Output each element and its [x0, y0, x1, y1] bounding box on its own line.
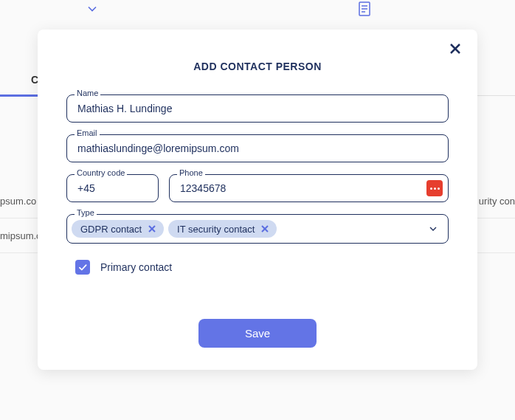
name-field-group: Name	[66, 94, 449, 123]
primary-contact-row: Primary contact	[66, 260, 449, 275]
tag-remove-icon[interactable]	[259, 223, 271, 235]
close-button[interactable]	[446, 40, 464, 58]
primary-contact-checkbox[interactable]	[75, 260, 90, 275]
type-tag-label: GDPR contact	[80, 224, 142, 235]
type-label: Type	[75, 208, 97, 217]
add-contact-modal: ADD CONTACT PERSON Name Email Country co…	[38, 30, 477, 370]
primary-contact-label: Primary contact	[100, 261, 172, 273]
type-tag: IT security contact	[168, 220, 277, 238]
contact-form: Name Email Country code Phone	[56, 94, 459, 348]
phone-field-group: Phone	[169, 174, 449, 202]
email-input[interactable]	[66, 134, 449, 162]
country-code-field-group: Country code	[66, 174, 159, 202]
save-button[interactable]: Save	[198, 319, 317, 348]
name-label: Name	[75, 89, 100, 97]
country-code-label: Country code	[75, 168, 127, 177]
chevron-down-icon[interactable]	[427, 223, 439, 235]
email-label: Email	[75, 128, 100, 137]
type-tag-label: IT security contact	[177, 224, 255, 235]
type-field-group: Type GDPR contact IT security contact	[66, 214, 449, 244]
type-multiselect[interactable]: GDPR contact IT security contact	[66, 214, 449, 244]
email-field-group: Email	[66, 134, 449, 162]
type-tag: GDPR contact	[72, 220, 164, 238]
phone-input[interactable]	[169, 174, 449, 202]
modal-title: ADD CONTACT PERSON	[56, 61, 459, 72]
modal-overlay: ADD CONTACT PERSON Name Email Country co…	[0, 0, 515, 420]
password-manager-icon[interactable]	[426, 180, 443, 196]
name-input[interactable]	[66, 94, 449, 123]
country-code-input[interactable]	[66, 174, 159, 202]
tag-remove-icon[interactable]	[146, 223, 158, 235]
phone-label: Phone	[177, 168, 205, 177]
